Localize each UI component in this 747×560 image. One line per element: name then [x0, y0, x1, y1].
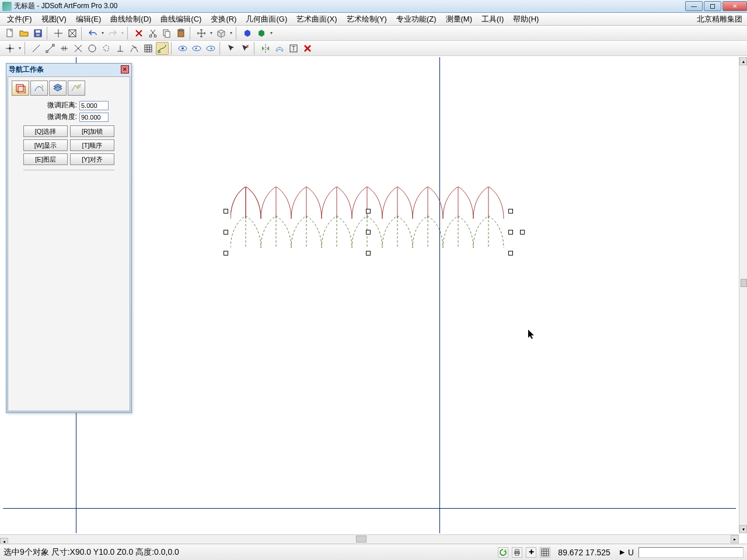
close-button[interactable]: ✕ — [722, 1, 747, 11]
render-green-icon[interactable] — [255, 27, 268, 40]
status-refresh-icon[interactable] — [498, 547, 508, 558]
hscroll-thumb[interactable] — [356, 536, 366, 542]
panel-tab-2[interactable] — [30, 80, 48, 96]
lock-button[interactable]: [R]加锁 — [70, 125, 114, 137]
move-icon[interactable] — [195, 27, 208, 40]
menu-art-surface[interactable]: 艺术曲面(X) — [292, 13, 341, 26]
undo-dropdown[interactable]: ▾ — [100, 30, 105, 36]
panel-tab-1[interactable] — [12, 80, 29, 96]
scroll-right-button[interactable]: ▸ — [731, 535, 739, 543]
delete-node-icon[interactable] — [239, 42, 252, 55]
menu-view[interactable]: 视图(V) — [37, 13, 71, 26]
select-arrow-icon[interactable] — [225, 42, 238, 55]
scroll-down-button[interactable]: ▾ — [739, 525, 747, 533]
line-tool-icon[interactable] — [30, 42, 43, 55]
status-coordinates: 89.672 17.525 — [558, 548, 610, 557]
pointer-tool-icon[interactable] — [4, 42, 16, 55]
menu-measure[interactable]: 测量(M) — [441, 13, 477, 26]
status-cross-icon[interactable]: ✚ — [526, 547, 536, 558]
menu-transform[interactable]: 变换(R) — [206, 13, 241, 26]
menu-file[interactable]: 文件(F) — [2, 13, 37, 26]
svg-rect-16 — [158, 51, 160, 52]
snap-curve-icon[interactable] — [156, 42, 169, 55]
display-button[interactable]: [W]显示 — [23, 139, 68, 151]
svg-point-25 — [77, 85, 81, 88]
menu-pro[interactable]: 专业功能(Z) — [392, 13, 441, 26]
drawing-pattern — [231, 187, 508, 257]
align-button[interactable]: [Y]对齐 — [70, 153, 114, 165]
open-file-icon[interactable] — [18, 27, 30, 40]
selection-handle[interactable] — [224, 230, 228, 235]
menu-art-draw[interactable]: 艺术绘制(Y) — [342, 13, 392, 26]
horizontal-scrollbar[interactable]: ◂ ▸ — [0, 534, 739, 544]
panel-close-button[interactable]: ✕ — [121, 65, 129, 74]
offset-icon[interactable] — [273, 42, 286, 55]
layer-button[interactable]: [E]图层 — [23, 153, 68, 165]
pointer-dropdown[interactable]: ▾ — [18, 46, 22, 51]
scroll-up-button[interactable]: ▴ — [739, 57, 747, 65]
polygon-tool-icon[interactable] — [100, 42, 113, 55]
delete-icon[interactable] — [132, 27, 145, 40]
grid-icon[interactable] — [142, 42, 155, 55]
status-input[interactable] — [638, 547, 743, 558]
selection-handle[interactable] — [224, 251, 228, 256]
select-button[interactable]: [Q]选择 — [23, 125, 68, 137]
vertical-scrollbar[interactable]: ▴ ▾ — [739, 57, 747, 533]
svg-rect-12 — [46, 51, 48, 52]
status-grid-icon[interactable] — [540, 547, 550, 558]
status-print-icon[interactable] — [512, 547, 522, 558]
menu-help[interactable]: 帮助(H) — [508, 13, 543, 26]
undo-icon[interactable] — [86, 27, 99, 40]
distance-input[interactable] — [79, 101, 109, 110]
render-dropdown[interactable]: ▾ — [269, 30, 274, 36]
redo-dropdown[interactable]: ▾ — [120, 30, 125, 36]
view-next-icon[interactable] — [204, 42, 217, 55]
selection-handle[interactable] — [366, 251, 371, 256]
angle-input[interactable] — [79, 113, 109, 122]
paste-icon[interactable] — [174, 27, 187, 40]
cancel-icon[interactable] — [301, 42, 314, 55]
status-play-icon[interactable]: ▶ — [620, 548, 624, 556]
render-blue-icon[interactable] — [241, 27, 254, 40]
move-dropdown[interactable]: ▾ — [209, 30, 214, 36]
cut-icon[interactable] — [146, 27, 159, 40]
perpendicular-icon[interactable] — [114, 42, 127, 55]
bounds-icon[interactable] — [66, 27, 79, 40]
menu-geo-surface[interactable]: 几何曲面(G) — [241, 13, 292, 26]
selection-handle[interactable] — [508, 209, 513, 214]
selection-handle[interactable] — [520, 230, 525, 235]
selection-handle[interactable] — [508, 251, 513, 256]
panel-tab-3[interactable] — [49, 80, 67, 96]
minimize-button[interactable]: — — [685, 1, 703, 11]
svg-rect-2 — [36, 30, 40, 33]
trim-icon[interactable] — [58, 42, 71, 55]
maximize-button[interactable] — [704, 1, 721, 11]
box3d-dropdown[interactable]: ▾ — [229, 30, 233, 36]
box3d-icon[interactable] — [215, 27, 228, 40]
selection-handle[interactable] — [508, 230, 513, 235]
menu-edit[interactable]: 编辑(E) — [71, 13, 106, 26]
menu-curve-draw[interactable]: 曲线绘制(D) — [106, 13, 156, 26]
mirror-icon[interactable] — [259, 42, 272, 55]
crosshair-icon[interactable] — [52, 27, 65, 40]
copy-icon[interactable] — [160, 27, 173, 40]
vscroll-thumb[interactable] — [741, 279, 747, 287]
circle-tool-icon[interactable] — [86, 42, 99, 55]
tangent-icon[interactable] — [128, 42, 141, 55]
text-icon[interactable]: T — [287, 42, 300, 55]
menu-curve-edit[interactable]: 曲线编辑(C) — [156, 13, 206, 26]
node-edit-icon[interactable] — [44, 42, 57, 55]
svg-point-14 — [89, 45, 96, 52]
menu-tools[interactable]: 工具(I) — [477, 13, 508, 26]
selection-handle[interactable] — [366, 209, 371, 214]
selection-handle[interactable] — [224, 209, 228, 214]
new-file-icon[interactable] — [4, 27, 16, 40]
save-file-icon[interactable] — [32, 27, 44, 40]
view-prev-icon[interactable] — [190, 42, 203, 55]
intersect-icon[interactable] — [72, 42, 85, 55]
order-button[interactable]: [T]顺序 — [70, 139, 114, 151]
panel-tab-4[interactable] — [68, 80, 85, 96]
redo-icon[interactable] — [106, 27, 119, 40]
selection-handle[interactable] — [366, 230, 371, 235]
view-all-icon[interactable] — [176, 42, 189, 55]
